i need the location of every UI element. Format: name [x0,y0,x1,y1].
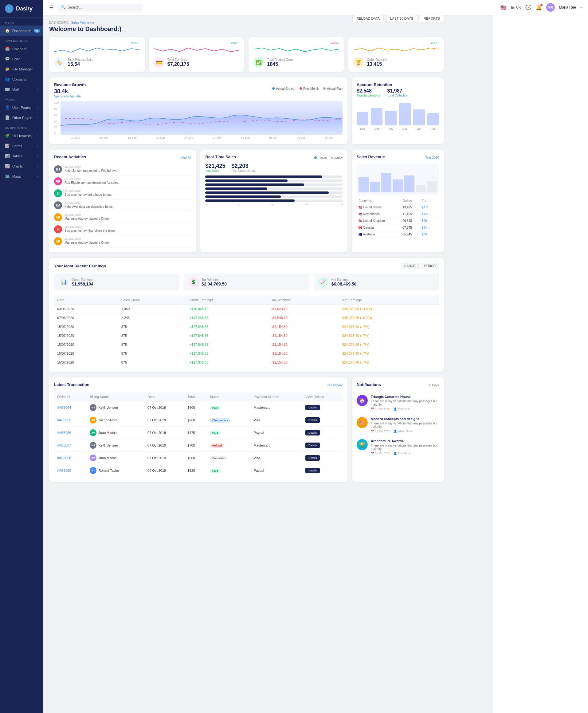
country-flag: 🇺🇸 [358,206,362,209]
help-link[interactable]: Help [575,5,582,709]
col-earnings: Ear... [420,198,439,204]
sidebar-item-chat[interactable]: 💬 Chat [0,54,43,64]
earn-tax: -$2,154.80 [268,358,339,367]
realtime-sales-card: Real-Time Sales Today Yesterday $21,425 … [200,150,347,252]
activity-text: Socrates Itumay got a huge bonus. [64,193,112,197]
bell-icon[interactable]: 🔔 [536,5,542,11]
terms-link[interactable]: Terms [548,5,556,709]
rt-bar-fill [205,200,294,202]
col-gross: Gross Earnings [187,296,268,305]
billing-name: RT Ronald Taylor [87,464,144,477]
earn-sum-icon: 💲 [189,277,198,287]
earnings-cell: $79,... [420,231,439,238]
notif-content: Modern concepts and designs There are ma… [371,417,439,433]
activity-content: 03 Aug, 2020 Marianne Audrey placed a Or… [64,213,110,220]
trans-details[interactable]: Details [302,439,342,452]
sidebar-item-maps[interactable]: 🗺️ Maps › [0,171,43,181]
earnings-cell: $90,... [420,218,439,224]
range-button[interactable]: RANGE [401,263,419,269]
details-button[interactable]: Details [306,468,320,473]
search-bar[interactable]: 🔍 [57,4,143,11]
sidebar-item-contacts[interactable]: 👥 Contacts [0,74,43,84]
details-button[interactable]: Details [306,417,320,423]
sidebar-logo[interactable]: 🐦 Dashy [0,0,43,18]
most-recent-earnings-card: Your Most Recent Earnings RANGE PERIOD 📊… [49,258,444,372]
sidebar-item-mail[interactable]: ✉️ Mail › [0,84,43,94]
details-button[interactable]: Details [306,405,320,410]
stat-card-total-product-sale: 0.7% ↑ 🏷️ Total Product Sale 15,54 [49,37,145,72]
notification-item: 🏆 Architecture Awards There are many var… [357,436,439,458]
col-tax: Tax Withheld [268,296,339,305]
stat-card-bottom: ✅ Total Product Order 1845 [253,57,339,68]
sidebar-item-label: File Manager [12,67,33,71]
details-button[interactable]: Details [306,443,320,448]
sidebar-item-tables[interactable]: 📊 Tables › [0,151,43,161]
pages-label: PAGES [0,94,43,102]
billing-name: JH Jacob Hunter [87,414,144,427]
stat-icon: 💳 [154,57,164,68]
status-badge: Paid [210,469,220,473]
sidebar-item-dashboards[interactable]: 🏠 Dashboards 01 [0,25,43,36]
rt-bar-row [205,180,342,182]
stat-card-total-earnings: 0.5% ↑ 💳 Total Earnings $7,20,175 [149,37,245,72]
rt-bar-fill [205,183,304,186]
trans-details[interactable]: Details [302,452,342,464]
last-30-days-button[interactable]: LAST 30 DAYS [386,15,417,22]
sales-table-row: 🇦🇺 Australia 05,945 $79,... [357,231,439,238]
billing-avatar: JM [90,429,97,436]
period-button[interactable]: PERIOD [421,263,439,269]
earn-sum-info: Tax Withheld $2,34,769.50 [202,278,227,286]
user-dropdown-icon[interactable]: ▾ [580,6,582,9]
trans-payment: Mastercard [251,401,302,414]
sidebar-item-user-pages[interactable]: 👤 User Pages › [0,102,43,113]
details-button[interactable]: Details [306,430,320,435]
details-button[interactable]: Details [306,455,320,461]
stat-cards: 0.7% ↑ 🏷️ Total Product Sale 15,54 0.5% … [49,37,444,72]
breadcrumb-separator: : [69,21,70,24]
billing-avatar: KJ [90,442,97,449]
activities-title: Recent Activities [54,155,86,159]
sidebar-item-ui-elements[interactable]: 🧩 UI Elements › [0,130,43,141]
earnings-table-row: 15/07/2020 875 +$27,845.35 -$2,154.80 $2… [54,322,439,331]
country-flag: 🇬🇧 [358,219,362,223]
message-icon[interactable]: 💬 [525,5,531,11]
earn-gross: +$27,845.35 [187,349,268,358]
see-history-link[interactable]: See History [327,384,342,387]
activity-content: 24 Jun, 2020 Socrates Itumay got a huge … [64,189,112,197]
arrow-icon: › [37,88,38,91]
notification-item: 🎨 Modern concepts and designs There are … [357,414,439,436]
realtime-title: Real-Time Sales [205,155,236,159]
view-all-link[interactable]: View All [181,156,191,159]
earn-gross: +$27,845.35 [187,358,268,367]
activity-text: Marianne Audrey placed a Order. [64,241,110,244]
reports-button[interactable]: REPORTS [420,15,444,22]
trans-details[interactable]: Details [302,427,342,439]
trans-details[interactable]: Details [302,414,342,427]
user-name[interactable]: Maria Ree [559,5,576,9]
stat-icon: 🏷️ [54,57,64,68]
sidebar-item-other-pages[interactable]: 📄 Other Pages › [0,113,43,123]
sidebar-item-charts[interactable]: 📈 Charts › [0,161,43,171]
notif-period[interactable]: 30 Days [428,384,439,387]
earn-tax: -$2,154.80 [268,340,339,349]
sidebar-item-file-manager[interactable]: 📁 File Manager [0,64,43,74]
order-id: #AB3054 [54,401,87,414]
trans-details[interactable]: Details [302,401,342,414]
rt-bar-fill [205,180,288,182]
dashboards-badge: 01 [34,29,40,33]
topbar-right: 🇺🇸 En-UK 💬 🔔 MR Maria Ree ▾ [501,3,582,12]
year-select[interactable]: Year:2020 [425,156,439,159]
billing-avatar: RT [90,467,97,474]
trans-details[interactable]: Details [302,464,342,477]
sidebar-item-forms[interactable]: 📝 Forms › [0,141,43,151]
sidebar-item-calendar[interactable]: 📅 Calendar [0,44,43,54]
sales-table-row: 🇨🇦 Canada 07,845 $84,... [357,224,439,231]
hamburger-button[interactable]: ☰ [49,5,54,11]
reload-data-button[interactable]: RELOAD DATA [352,15,384,22]
language-selector[interactable]: En-UK [511,5,521,9]
activity-content: 24 Jun, 2020 Rob Riggle contract documen… [64,177,119,184]
privacy-link[interactable]: Privacy [561,5,571,709]
retention-bar [385,110,397,125]
search-input[interactable] [68,5,139,9]
country-cell: 🇦🇺 Australia [357,231,401,238]
